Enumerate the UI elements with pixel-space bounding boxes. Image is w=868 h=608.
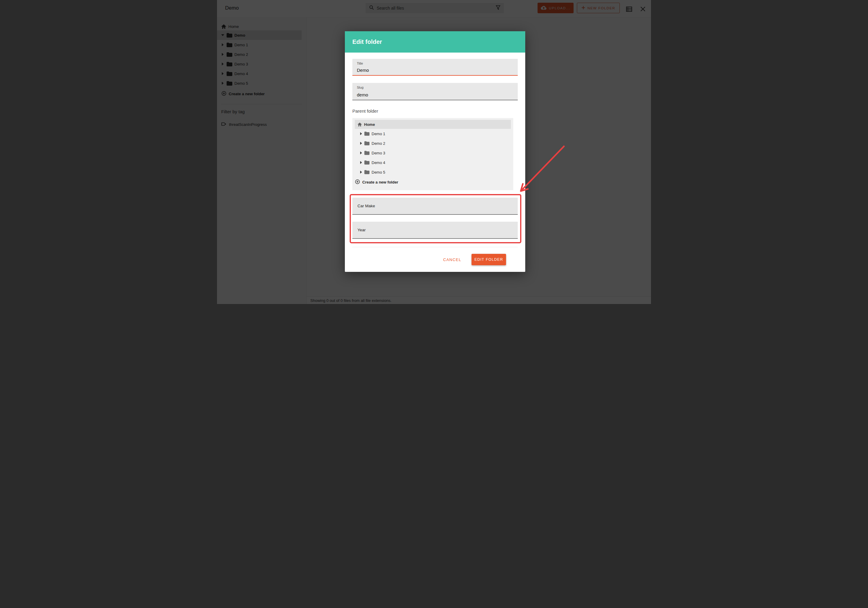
- folder-icon: [364, 151, 369, 155]
- dialog-header: Edit folder: [345, 31, 525, 53]
- caret-right-icon[interactable]: [360, 151, 363, 154]
- edit-folder-button[interactable]: EDIT FOLDER: [471, 254, 506, 265]
- folder-icon: [364, 132, 369, 136]
- title-field-label: Title: [357, 62, 363, 65]
- caret-right-icon[interactable]: [360, 171, 363, 174]
- parent-folder-tree: Home Demo 1 Demo 2: [352, 118, 513, 190]
- dialog-footer: CANCEL EDIT FOLDER: [352, 247, 518, 272]
- car-make-label: Car Make: [358, 204, 375, 208]
- tree-item-demo-2[interactable]: Demo 2: [355, 138, 511, 148]
- tree-create-folder[interactable]: Create a new folder: [355, 177, 511, 187]
- tree-item-home[interactable]: Home: [355, 120, 511, 129]
- car-make-select[interactable]: Car Make: [352, 197, 518, 215]
- tree-item-label: Home: [364, 122, 375, 127]
- tree-item-label: Demo 3: [372, 151, 385, 155]
- title-field[interactable]: Title: [352, 59, 518, 76]
- folder-icon: [364, 141, 369, 145]
- slug-field[interactable]: Slug: [352, 83, 518, 100]
- parent-folder-label: Parent folder: [352, 109, 518, 114]
- folder-icon: [364, 170, 369, 174]
- caret-right-icon[interactable]: [360, 161, 363, 164]
- dialog-title: Edit folder: [352, 39, 382, 45]
- tree-item-demo-3[interactable]: Demo 3: [355, 148, 511, 158]
- caret-right-icon[interactable]: [360, 142, 363, 145]
- tree-item-label: Demo 4: [372, 160, 385, 165]
- tree-item-demo-1[interactable]: Demo 1: [355, 129, 511, 138]
- folder-icon: [364, 160, 369, 165]
- year-label: Year: [358, 228, 366, 232]
- slug-field-label: Slug: [357, 86, 363, 89]
- plus-circle-icon: [355, 179, 360, 185]
- tree-item-demo-4[interactable]: Demo 4: [355, 158, 511, 167]
- title-input[interactable]: [357, 68, 514, 73]
- edit-folder-dialog: Edit folder Title Slug Parent folder Hom…: [345, 31, 525, 272]
- caret-right-icon[interactable]: [360, 132, 363, 135]
- slug-input[interactable]: [357, 92, 514, 97]
- year-select[interactable]: Year: [352, 222, 518, 239]
- tree-item-label: Demo 5: [372, 170, 385, 174]
- home-icon: [358, 123, 362, 126]
- cancel-button[interactable]: CANCEL: [443, 257, 461, 262]
- tree-item-label: Demo 2: [372, 141, 385, 146]
- create-folder-label: Create a new folder: [362, 180, 398, 184]
- dialog-body: Title Slug Parent folder Home: [345, 59, 525, 272]
- tree-item-label: Demo 1: [372, 132, 385, 136]
- tree-item-demo-5[interactable]: Demo 5: [355, 167, 511, 177]
- app-window: Demo UPLOAD... NEW FOLDER: [217, 0, 651, 304]
